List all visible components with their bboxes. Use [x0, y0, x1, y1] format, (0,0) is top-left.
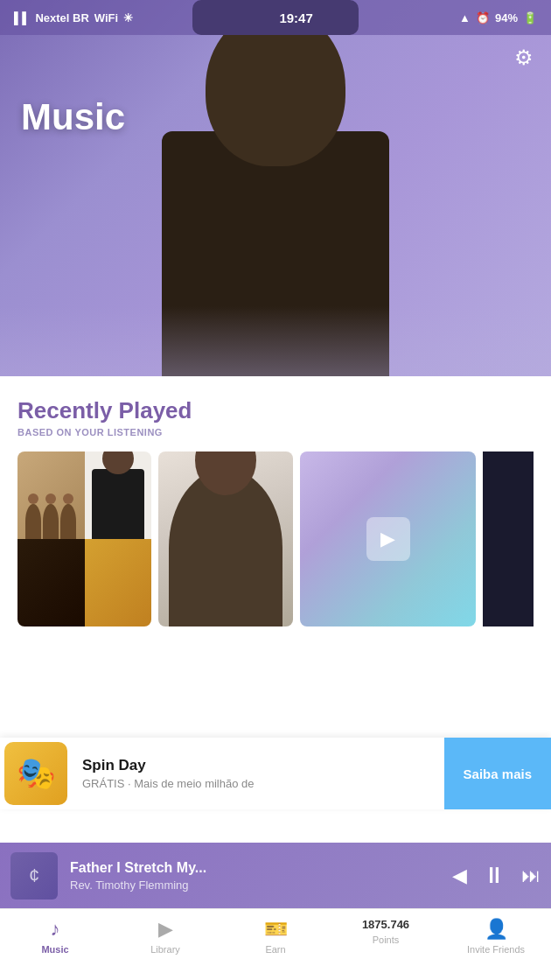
album-portrait[interactable]	[158, 452, 292, 626]
spin-learn-more-button[interactable]: Saiba mais	[444, 738, 551, 809]
bluetooth-icon: ✳	[123, 11, 133, 24]
main-content: Recently Played BASED ON YOUR LISTENING	[0, 376, 551, 980]
location-icon: ▲	[459, 11, 471, 24]
people-group	[25, 504, 76, 539]
spin-title: Spin Day	[82, 757, 434, 774]
bottom-nav: ♪ Music ▶ Library 🎫 Earn 1875.746 Points…	[0, 908, 551, 980]
music-nav-icon: ♪	[51, 918, 60, 941]
person-3	[60, 504, 76, 539]
nav-item-library[interactable]: ▶ Library	[110, 918, 220, 955]
lady-body	[92, 469, 144, 539]
nav-item-invite[interactable]: 👤 Invite Friends	[441, 918, 551, 955]
spin-icon: 🎭	[4, 742, 67, 805]
invite-nav-icon: 👤	[485, 918, 508, 941]
invite-nav-label: Invite Friends	[467, 944, 525, 955]
settings-icon[interactable]: ⚙	[514, 46, 534, 70]
hero-section: Music ⚙	[0, 0, 551, 376]
battery-label: 94%	[495, 11, 518, 24]
section-title: Recently Played	[17, 397, 534, 424]
skip-button[interactable]: ⏭	[521, 864, 541, 887]
points-value: 1875.746	[362, 918, 409, 931]
library-nav-icon: ▶	[158, 918, 173, 941]
recently-played-header: Recently Played BASED ON YOUR LISTENING	[0, 376, 551, 444]
person-1	[25, 504, 41, 539]
rewind-button[interactable]: ◀	[452, 864, 467, 887]
nav-item-music[interactable]: ♪ Music	[0, 918, 110, 955]
music-nav-label: Music	[41, 944, 68, 955]
spin-subtitle: GRÁTIS · Mais de meio milhão de	[82, 777, 434, 790]
person-2	[43, 504, 59, 539]
now-playing-title: Father I Stretch My...	[70, 860, 440, 876]
status-right: ▲ ⏰ 94% 🔋	[459, 11, 537, 24]
lady-head	[102, 452, 134, 474]
now-playing-info: Father I Stretch My... Rev. Timothy Flem…	[58, 860, 452, 892]
album-gradient-card[interactable]: ▶	[300, 452, 476, 626]
carrier-label: Nextel BR	[35, 11, 88, 24]
collage-item-4	[85, 539, 152, 626]
play-triangle: ▶	[380, 528, 395, 550]
now-playing-bar[interactable]: ¢ Father I Stretch My... Rev. Timothy Fl…	[0, 843, 551, 908]
collage-item-1	[17, 452, 85, 539]
lady-art	[85, 452, 152, 539]
points-nav-label: Points	[373, 934, 400, 945]
status-bar: ▌▌ Nextel BR WiFi ✳ 19:47 ▲ ⏰ 94% 🔋	[0, 0, 551, 35]
signal-icon: ▌▌	[14, 11, 30, 24]
earn-nav-label: Earn	[265, 944, 285, 955]
coin-symbol: ¢	[29, 864, 39, 887]
album-collage[interactable]	[17, 452, 151, 626]
nav-item-points[interactable]: 1875.746 Points	[331, 918, 441, 945]
earn-nav-icon: 🎫	[264, 918, 288, 941]
nav-item-earn[interactable]: 🎫 Earn	[220, 918, 331, 955]
now-playing-artist: Rev. Timothy Flemming	[70, 878, 440, 892]
albums-row: ▶	[0, 444, 551, 626]
battery-icon: 🔋	[523, 11, 537, 24]
library-nav-label: Library	[150, 944, 180, 955]
now-playing-thumbnail: ¢	[10, 852, 58, 900]
play-icon-large: ▶	[366, 517, 410, 561]
spin-face-emoji: 🎭	[17, 755, 56, 792]
hero-gradient-overlay	[0, 306, 551, 376]
spin-text-area: Spin Day GRÁTIS · Mais de meio milhão de	[72, 757, 444, 790]
album-card-dark[interactable]	[483, 452, 534, 626]
wifi-icon: WiFi	[94, 11, 118, 24]
section-subtitle: BASED ON YOUR LISTENING	[17, 427, 534, 438]
collage-item-3	[17, 539, 85, 626]
spin-banner[interactable]: 🎭 Spin Day GRÁTIS · Mais de meio milhão …	[0, 738, 551, 809]
pause-button[interactable]: ⏸	[483, 862, 506, 889]
portrait-art	[158, 452, 292, 626]
collage-item-2	[85, 452, 152, 539]
hero-title: Music	[21, 96, 125, 138]
alarm-icon: ⏰	[476, 11, 490, 24]
status-time: 19:47	[279, 10, 312, 25]
status-left: ▌▌ Nextel BR WiFi ✳	[14, 11, 133, 24]
playback-controls: ◀ ⏸ ⏭	[452, 862, 541, 889]
